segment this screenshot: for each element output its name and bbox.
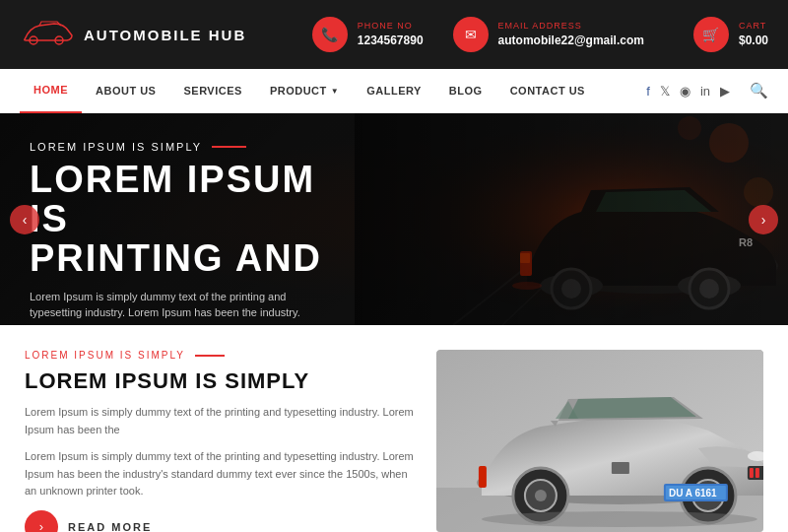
- hero-content: LOREM IPSUM IS SIMPLY LOREM IPSUM IS PRI…: [0, 113, 394, 325]
- section-text: LOREM IPSUM IS SIMPLY LOREM IPSUM IS SIM…: [25, 350, 417, 532]
- search-icon[interactable]: 🔍: [750, 82, 768, 100]
- nav-bar: HOME ABOUT US SERVICES PRODUCT ▼ GALLERY…: [0, 69, 788, 113]
- cart-info: CART $0.00: [739, 21, 768, 48]
- youtube-icon[interactable]: ▶: [720, 84, 730, 99]
- svg-rect-24: [750, 468, 754, 478]
- product-arrow: ▼: [331, 87, 339, 96]
- logo-text: AUTOMOBILE HUB: [84, 27, 246, 43]
- facebook-icon[interactable]: f: [646, 84, 650, 99]
- svg-point-29: [535, 490, 547, 501]
- section-desc2: Lorem Ipsum is simply dummy text of the …: [25, 448, 417, 500]
- nav-services[interactable]: SERVICES: [169, 69, 255, 113]
- cart-icon: 🛒: [693, 17, 729, 52]
- email-icon: ✉: [453, 17, 489, 52]
- email-info: EMAIL ADDRESS automobile22@gmail.com: [498, 21, 644, 48]
- hero-description: Lorem Ipsum is simply dummy text of the …: [30, 289, 305, 321]
- section-desc1: Lorem Ipsum is simply dummy text of the …: [25, 404, 417, 438]
- hero-section: R8 LOREM IPSUM IS SIMPLY LOREM IPSUM IS …: [0, 113, 788, 325]
- nav-blog[interactable]: BLOG: [435, 69, 496, 113]
- logo-area: AUTOMOBILE HUB: [20, 18, 312, 52]
- linkedin-icon[interactable]: in: [700, 84, 710, 99]
- nav-links: HOME ABOUT US SERVICES PRODUCT ▼ GALLERY…: [20, 69, 646, 113]
- contact-info: 📞 PHONE NO 1234567890 ✉ EMAIL ADDRESS au…: [312, 17, 768, 52]
- about-section: LOREM IPSUM IS SIMPLY LOREM IPSUM IS SIM…: [0, 325, 788, 532]
- slider-next-button[interactable]: ›: [749, 205, 778, 234]
- svg-rect-37: [479, 466, 487, 488]
- hero-subtitle: LOREM IPSUM IS SIMPLY: [30, 141, 364, 153]
- svg-rect-25: [755, 468, 759, 478]
- hero-title: LOREM IPSUM IS PRINTING AND: [30, 161, 364, 279]
- nav-contact[interactable]: CONTACT US: [496, 69, 599, 113]
- cart-area[interactable]: 🛒 CART $0.00: [693, 17, 768, 52]
- svg-point-38: [482, 511, 757, 527]
- phone-icon: 📞: [312, 17, 348, 52]
- slider-prev-button[interactable]: ‹: [10, 205, 39, 234]
- section-title: LOREM IPSUM IS SIMPLY: [25, 368, 417, 394]
- nav-home[interactable]: HOME: [20, 69, 82, 113]
- phone-info: PHONE NO 1234567890: [358, 21, 424, 48]
- nav-about[interactable]: ABOUT US: [82, 69, 169, 113]
- section-btn-icon: ›: [25, 510, 58, 532]
- mustang-image: DU A 6161: [436, 350, 763, 532]
- social-icons: f 𝕏 ◉ in ▶ 🔍: [646, 82, 768, 100]
- nav-product[interactable]: PRODUCT ▼: [256, 69, 353, 113]
- phone-item: 📞 PHONE NO 1234567890: [312, 17, 424, 52]
- section-read-more-button[interactable]: › READ MORE: [25, 510, 417, 532]
- svg-text:DU A 6161: DU A 6161: [669, 488, 717, 499]
- section-car-image: DU A 6161: [436, 350, 763, 532]
- section-subtitle: LOREM IPSUM IS SIMPLY: [25, 350, 417, 361]
- email-item: ✉ EMAIL ADDRESS automobile22@gmail.com: [453, 17, 644, 52]
- nav-gallery[interactable]: GALLERY: [353, 69, 435, 113]
- twitter-icon[interactable]: 𝕏: [660, 84, 670, 99]
- car-logo-icon: [20, 18, 74, 52]
- instagram-icon[interactable]: ◉: [680, 84, 690, 99]
- top-bar: AUTOMOBILE HUB 📞 PHONE NO 1234567890 ✉ E…: [0, 0, 788, 69]
- section-subtitle-line: [195, 355, 225, 357]
- svg-rect-33: [612, 462, 629, 474]
- hero-subtitle-line: [212, 146, 246, 148]
